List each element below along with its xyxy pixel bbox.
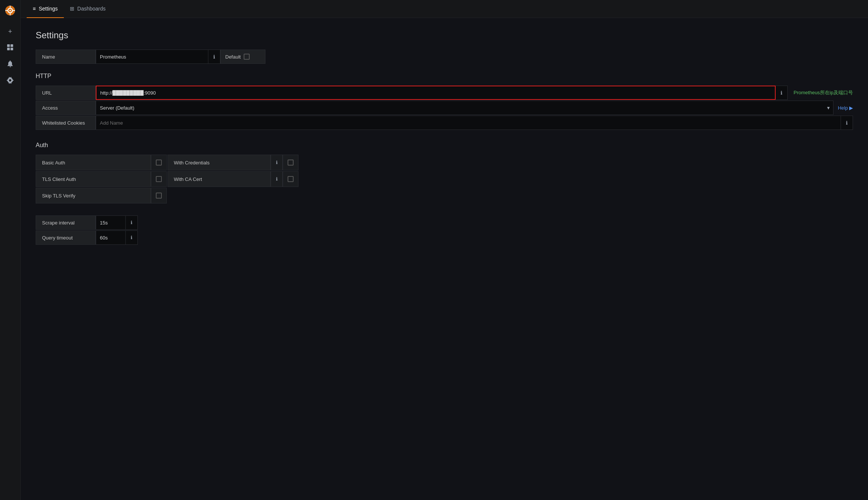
query-timeout-info-icon[interactable]: ℹ [126,230,138,245]
tls-auth-row: TLS Client Auth [36,171,167,187]
skip-tls-checkbox[interactable] [156,193,162,199]
dashboards-tab-icon: ⊞ [70,6,74,12]
tab-dashboards[interactable]: ⊞ Dashboards [64,0,112,18]
dashboards-icon [7,44,14,53]
grafana-logo[interactable] [3,3,18,18]
whitelisted-row: Whitelisted Cookies ℹ [36,116,853,130]
auth-section-title: Auth [36,142,853,149]
auth-row-1: Basic Auth With Credentials ℹ [36,155,298,170]
svg-rect-10 [11,48,13,50]
access-select-wrapper: Server (Default) Browser ▾ [96,101,833,115]
info-icon-ca: ℹ [276,176,278,182]
url-label: URL [36,86,96,100]
tls-auth-label: TLS Client Auth [36,171,151,187]
scrape-interval-value: 15s [96,215,126,230]
skip-tls-checkbox-cell [151,188,167,203]
with-credentials-info-icon[interactable]: ℹ [271,155,283,170]
auth-row-3: Skip TLS Verify [36,188,298,203]
content-area: Settings Name ℹ Default HTTP URL [21,18,868,500]
settings-tab-icon: ≡ [33,6,36,12]
basic-auth-checkbox[interactable] [156,160,162,166]
info-icon-whitelisted: ℹ [846,120,848,126]
svg-rect-9 [7,48,10,50]
svg-point-2 [9,10,11,11]
with-ca-cert-checkbox-cell [283,171,298,187]
whitelisted-input-wrapper: ℹ [96,116,853,130]
scrape-interval-info-icon[interactable]: ℹ [126,215,138,230]
sidebar-item-alerts[interactable] [3,57,18,72]
sidebar-item-dashboards[interactable] [3,41,18,56]
settings-tab-label: Settings [39,6,58,12]
name-field-label: Name [36,50,96,64]
default-wrapper: Default [220,50,265,64]
query-timeout-row: Query timeout 60s ℹ [36,230,853,245]
plus-icon: + [8,28,12,36]
gear-icon [7,77,14,86]
with-credentials-label: With Credentials [167,155,271,170]
with-credentials-row: With Credentials ℹ [167,155,298,170]
url-input-wrapper: ℹ [96,86,788,100]
basic-auth-row: Basic Auth [36,155,167,170]
top-tabs: ≡ Settings ⊞ Dashboards [21,0,868,18]
with-ca-cert-checkbox[interactable] [288,176,294,182]
skip-tls-row: Skip TLS Verify [36,188,167,203]
whitelisted-info-icon[interactable]: ℹ [841,116,853,130]
name-info-icon[interactable]: ℹ [208,50,220,64]
access-select[interactable]: Server (Default) Browser [96,101,833,115]
page-title: Settings [36,30,853,41]
prometheus-section: Scrape interval 15s ℹ Query timeout 60s … [36,215,853,245]
auth-section: Auth Basic Auth With Credentials ℹ [36,142,853,203]
url-row: URL ℹ Prometheus所在ip及端口号 [36,86,853,100]
tab-settings[interactable]: ≡ Settings [27,0,64,18]
auth-row-2: TLS Client Auth With CA Cert ℹ [36,171,298,187]
scrape-interval-row: Scrape interval 15s ℹ [36,215,853,230]
auth-grid: Basic Auth With Credentials ℹ [36,155,298,203]
with-ca-cert-row: With CA Cert ℹ [167,171,298,187]
query-timeout-label: Query timeout [36,230,96,245]
auth-row-3-empty [167,188,298,203]
svg-rect-7 [7,44,10,47]
default-label: Default [225,54,241,60]
basic-auth-checkbox-cell [151,155,167,170]
http-section-title: HTTP [36,73,853,80]
whitelisted-label: Whitelisted Cookies [36,116,96,130]
help-link[interactable]: Help ▶ [838,105,853,111]
info-icon: ℹ [213,54,215,60]
scrape-interval-label: Scrape interval [36,215,96,230]
with-ca-cert-label: With CA Cert [167,171,271,187]
info-icon-url: ℹ [781,90,782,96]
access-label: Access [36,101,96,115]
with-credentials-checkbox[interactable] [288,160,294,166]
with-ca-cert-info-icon[interactable]: ℹ [271,171,283,187]
main-panel: ≡ Settings ⊞ Dashboards Settings Name ℹ … [21,0,868,500]
tls-auth-checkbox[interactable] [156,176,162,182]
basic-auth-label: Basic Auth [36,155,151,170]
sidebar: + [0,0,21,500]
info-icon-cred: ℹ [276,160,278,165]
info-icon-scrape: ℹ [131,220,133,225]
url-input[interactable] [96,86,776,100]
access-row: Access Server (Default) Browser ▾ Help ▶ [36,101,853,115]
whitelisted-input[interactable] [96,116,841,130]
with-credentials-checkbox-cell [283,155,298,170]
default-checkbox[interactable] [244,54,250,60]
svg-rect-8 [11,44,13,47]
url-annotation: Prometheus所在ip及端口号 [794,89,853,96]
bell-icon [7,60,14,69]
tls-auth-checkbox-cell [151,171,167,187]
query-timeout-value: 60s [96,230,126,245]
url-info-icon[interactable]: ℹ [776,86,788,100]
name-input-wrapper: ℹ [96,50,220,64]
name-input[interactable] [96,50,208,64]
name-row: Name ℹ Default [36,50,853,64]
sidebar-item-add[interactable]: + [3,24,18,39]
http-section: HTTP URL ℹ Prometheus所在ip及端口号 Access Ser… [36,73,853,130]
dashboards-tab-label: Dashboards [77,6,106,12]
skip-tls-label: Skip TLS Verify [36,188,151,203]
info-icon-timeout: ℹ [131,235,133,240]
sidebar-item-settings[interactable] [3,74,18,89]
